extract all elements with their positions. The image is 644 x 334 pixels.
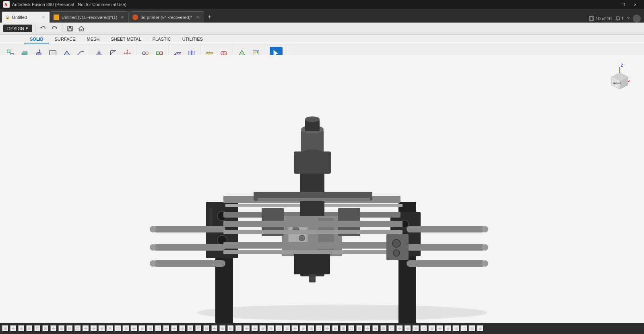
bottom-icon-15[interactable]: ⊡ [114, 325, 122, 332]
tab-plastic[interactable]: PLASTIC [147, 35, 177, 44]
bottom-icon-51[interactable]: ⊕ [404, 325, 411, 332]
svg-rect-108 [223, 230, 402, 234]
bottom-icon-11[interactable]: ✛ [82, 325, 89, 332]
tab-close-2[interactable]: ✕ [120, 15, 125, 20]
tab-close-untitled[interactable]: ✕ [41, 15, 46, 20]
bottom-icon-44[interactable]: ⊡ [348, 325, 355, 332]
redo-button[interactable] [50, 24, 59, 33]
undo-button[interactable] [38, 24, 48, 33]
close-button[interactable]: ✕ [630, 1, 641, 8]
bottom-icon-32[interactable]: ✛ [251, 325, 258, 332]
bottom-icon-13[interactable]: ⊕ [98, 325, 105, 332]
bottom-icon-25[interactable]: ⊡ [195, 325, 202, 332]
bottom-icon-46[interactable]: ✛ [364, 325, 371, 332]
3d-model [0, 55, 644, 323]
tab-solid[interactable]: SOLID [24, 35, 49, 44]
bottom-icon-18[interactable]: ⊕ [138, 325, 146, 332]
nav-cube[interactable]: Z FRONT [604, 63, 636, 95]
maximize-button[interactable]: ☐ [617, 1, 629, 8]
bottom-icon-9[interactable]: ⊞ [66, 325, 73, 332]
tab-label-3: 3d printer (v4~recovered)* [140, 15, 192, 20]
bottom-icon-56[interactable]: ⊕ [444, 325, 452, 332]
bottom-icon-59[interactable]: ⊠ [469, 325, 476, 332]
add-tab-button[interactable]: + [204, 11, 215, 23]
help-icon[interactable]: ? [627, 16, 630, 21]
bottom-icon-30[interactable]: ⊡ [235, 325, 242, 332]
svg-rect-3 [590, 16, 594, 21]
svg-point-92 [301, 149, 324, 158]
bottom-icon-31[interactable]: ✛ [243, 325, 250, 332]
design-mode-button[interactable]: DESIGN ▾ [3, 25, 32, 32]
tab-surface[interactable]: SURFACE [49, 35, 81, 44]
bottom-icon-7[interactable]: ✛ [50, 325, 57, 332]
bottom-icon-43[interactable]: ⊞ [340, 325, 347, 332]
bottom-icon-60[interactable]: ⊕ [477, 325, 484, 332]
svg-point-82 [482, 244, 488, 251]
bottom-icon-10[interactable]: ⊡ [74, 325, 81, 332]
svg-point-57 [254, 51, 256, 54]
bottom-icon-39[interactable]: ⊞ [308, 325, 315, 332]
bottom-icon-8[interactable]: ⊕ [58, 325, 65, 332]
bottom-icon-52[interactable]: ⊞ [412, 325, 419, 332]
minimize-button[interactable]: – [605, 1, 617, 8]
bottom-icon-19[interactable]: ⊞ [147, 325, 154, 332]
bottom-icon-50[interactable]: ✛ [396, 325, 403, 332]
bottom-icon-54[interactable]: ⊠ [428, 325, 436, 332]
svg-rect-104 [309, 274, 316, 282]
home-button[interactable] [76, 24, 86, 33]
bottom-icon-6[interactable]: ⊠ [42, 325, 49, 332]
tab-recovered-1[interactable]: Untitled (v15~recovered)*(1) ✕ [50, 11, 129, 23]
bottom-icon-41[interactable]: ✛ [324, 325, 331, 332]
bottom-icon-14[interactable]: ⊞ [106, 325, 114, 332]
bottom-icon-33[interactable]: ⊕ [259, 325, 266, 332]
tab-utilities[interactable]: UTILITIES [177, 35, 208, 44]
tab-close-3[interactable]: ✕ [195, 15, 200, 20]
tab-3d-printer[interactable]: 3d printer (v4~recovered)* ✕ [129, 11, 204, 23]
bottom-icon-47[interactable]: ⊕ [372, 325, 379, 332]
bottom-icon-42[interactable]: ⊕ [332, 325, 339, 332]
bottom-icon-27[interactable]: ✛ [211, 325, 218, 332]
svg-rect-62 [215, 272, 233, 323]
bottom-icon-20[interactable]: ⊡ [155, 325, 162, 332]
tab-untitled[interactable]: 🔒 Untitled ✕ [2, 11, 50, 23]
bottom-icon-3[interactable]: ⊕ [18, 325, 25, 332]
bottom-icon-1[interactable]: ⊞ [2, 325, 9, 332]
bottom-icon-21[interactable]: ✛ [163, 325, 170, 332]
bottom-icon-34[interactable]: ⊞ [267, 325, 275, 332]
bottom-icon-22[interactable]: ✛ [171, 325, 178, 332]
bottom-icon-53[interactable]: ⊡ [420, 325, 427, 332]
bottom-icon-4[interactable]: ⊞ [26, 325, 33, 332]
bottom-icon-2[interactable]: ✛ [10, 325, 17, 332]
svg-marker-23 [97, 52, 100, 54]
user-avatar[interactable] [633, 15, 641, 23]
bottom-icon-37[interactable]: ✛ [291, 325, 299, 332]
bottom-icon-17[interactable]: ✛ [130, 325, 138, 332]
bottom-icon-38[interactable]: ⊕ [299, 325, 307, 332]
bottom-icon-26[interactable]: ⊠ [203, 325, 210, 332]
bottom-icon-12[interactable]: ✛ [90, 325, 97, 332]
svg-rect-79 [407, 226, 485, 232]
svg-marker-5 [40, 27, 42, 29]
bottom-icon-48[interactable]: ⊞ [380, 325, 387, 332]
bottom-icon-5[interactable]: ⊡ [34, 325, 41, 332]
bottom-icon-57[interactable]: ⊞ [452, 325, 460, 332]
tab-mesh[interactable]: MESH [81, 35, 105, 44]
bottom-icon-24[interactable]: ⊞ [187, 325, 194, 332]
bottom-icon-28[interactable]: ⊕ [219, 325, 226, 332]
bottom-icon-45[interactable]: ⊠ [356, 325, 363, 332]
bottom-icon-49[interactable]: ⊡ [388, 325, 395, 332]
bottom-icon-29[interactable]: ⊞ [227, 325, 234, 332]
svg-point-81 [482, 226, 488, 232]
viewport[interactable]: Z FRONT [0, 55, 644, 323]
bottom-icon-16[interactable]: ⊠ [122, 325, 130, 332]
bottom-icon-36[interactable]: ⊠ [283, 325, 291, 332]
tab-sheet-metal[interactable]: SHEET METAL [105, 35, 147, 44]
bottom-icon-40[interactable]: ⊡ [316, 325, 323, 332]
bottom-icon-55[interactable]: ✛ [436, 325, 444, 332]
bottom-icon-35[interactable]: ⊡ [275, 325, 283, 332]
svg-rect-8 [69, 26, 71, 28]
bottom-icon-58[interactable]: ⊡ [460, 325, 468, 332]
save-button[interactable] [65, 24, 75, 33]
svg-rect-76 [153, 244, 225, 251]
bottom-icon-23[interactable]: ⊕ [179, 325, 186, 332]
